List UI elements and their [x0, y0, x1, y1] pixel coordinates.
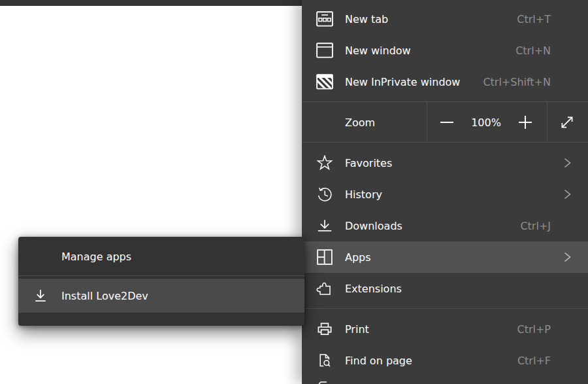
submenu-item-manage-apps[interactable]: Manage apps	[18, 241, 304, 272]
screen: New tab Ctrl+T New window Ctrl+N	[0, 0, 588, 384]
submenu-item-label: Install Love2Dev	[61, 290, 148, 302]
browser-settings-menu: New tab Ctrl+T New window Ctrl+N	[302, 0, 588, 384]
extensions-icon	[316, 281, 333, 296]
zoom-label: Zoom	[345, 116, 375, 129]
print-icon	[316, 321, 333, 337]
new-tab-icon	[316, 11, 333, 27]
new-window-icon	[316, 43, 333, 58]
apps-submenu: Manage apps Install Love2Dev	[18, 237, 304, 326]
history-icon	[316, 186, 333, 202]
zoom-out-icon[interactable]	[439, 114, 455, 130]
apps-icon	[316, 249, 333, 265]
menu-item-label: Find on page	[345, 355, 412, 367]
fullscreen-icon[interactable]	[559, 114, 575, 130]
zoom-in-icon[interactable]	[517, 114, 533, 130]
menu-item-favorites[interactable]: Favorites	[302, 147, 588, 179]
menu-item-shortcut: Ctrl+P	[517, 323, 551, 336]
menu-item-apps[interactable]: Apps	[302, 241, 588, 273]
install-download-icon	[33, 287, 48, 304]
menu-item-find-on-page[interactable]: Find on page Ctrl+F	[302, 345, 588, 376]
menu-item-history[interactable]: History	[302, 179, 588, 210]
menu-item-new-inprivate-window[interactable]: New InPrivate window Ctrl+Shift+N	[302, 66, 588, 97]
menu-item-new-tab[interactable]: New tab Ctrl+T	[302, 3, 588, 35]
zoom-value: 100%	[466, 116, 506, 129]
menu-item-zoom: Zoom 100%	[302, 107, 588, 138]
menu-item-label: Extensions	[345, 283, 402, 295]
inprivate-icon	[316, 74, 333, 90]
chevron-right-icon	[559, 186, 575, 202]
menu-item-print[interactable]: Print Ctrl+P	[302, 313, 588, 345]
menu-item-shortcut: Ctrl+J	[520, 220, 551, 232]
menu-item-downloads[interactable]: Downloads Ctrl+J	[302, 210, 588, 241]
menu-item-label: Print	[345, 323, 369, 336]
menu-item-label: New tab	[345, 13, 388, 26]
favorites-star-icon	[316, 155, 333, 171]
menu-item-label: Apps	[345, 251, 371, 264]
menu-item-label: Favorites	[345, 157, 392, 169]
menu-item-extensions[interactable]: Extensions	[302, 273, 588, 304]
find-on-page-icon	[316, 353, 333, 368]
read-aloud-icon-partial	[318, 381, 330, 384]
menu-item-label: History	[345, 188, 382, 201]
menu-item-shortcut: Ctrl+N	[515, 44, 551, 57]
downloads-icon	[316, 218, 333, 234]
submenu-item-install-love2dev[interactable]: Install Love2Dev	[18, 279, 304, 313]
menu-item-shortcut: Ctrl+Shift+N	[483, 76, 551, 88]
submenu-item-label: Manage apps	[61, 251, 131, 263]
chevron-right-icon	[559, 249, 575, 265]
menu-item-label: New InPrivate window	[345, 76, 460, 88]
submenu-separator	[18, 272, 304, 279]
menu-separator	[302, 138, 588, 147]
chevron-right-icon	[559, 155, 575, 171]
menu-item-shortcut: Ctrl+T	[517, 13, 551, 26]
menu-item-new-window[interactable]: New window Ctrl+N	[302, 35, 588, 66]
zoom-separator	[427, 101, 427, 141]
menu-separator	[302, 304, 588, 313]
menu-item-label: New window	[345, 44, 411, 57]
zoom-separator	[547, 101, 547, 141]
menu-separator	[302, 97, 588, 107]
menu-item-label: Downloads	[345, 220, 402, 232]
menu-item-shortcut: Ctrl+F	[517, 355, 551, 367]
